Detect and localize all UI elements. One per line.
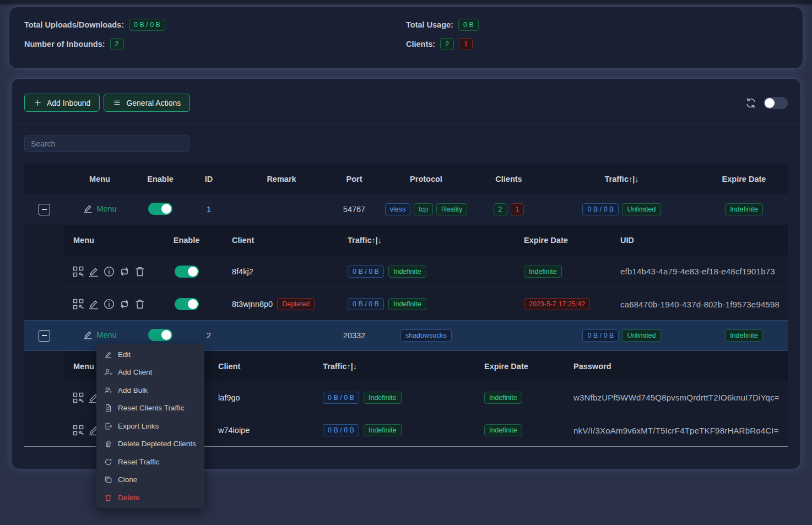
qrcode-icon[interactable] (72, 424, 84, 436)
menu-item-delete-depleted-clients[interactable]: Delete Depleted Clients (96, 435, 204, 453)
enable-cell (148, 329, 172, 343)
stat-total-usage: Total Usage: 0 B (406, 18, 788, 32)
protocol-tag: vless (385, 203, 410, 215)
stat-value-badge: 2 (110, 38, 124, 50)
clients-depleted-badge: 1 (511, 203, 524, 215)
inbound-protocol-tags: shadowsocks (400, 329, 452, 342)
menu-cell: Menu (83, 203, 116, 215)
qrcode-icon[interactable] (72, 298, 84, 310)
stat-total-uploads-downloads: Total Uploads/Downloads: 0 B / 0 B (24, 18, 406, 32)
plus-icon (34, 99, 42, 107)
client-expire: 2023-5-7 17:25:42 (505, 298, 609, 310)
client-enable-switch[interactable] (175, 298, 199, 310)
collapse-row-button[interactable] (39, 204, 50, 215)
inbound-port: 54767 (343, 205, 365, 214)
client-name: 8f4kj2 (232, 267, 253, 276)
client-name-cell: laf9go (204, 393, 306, 402)
client-table-header: Menu (64, 236, 166, 245)
inbound-id: 2 (207, 331, 211, 340)
inbound-menu-button[interactable]: Menu (83, 329, 116, 340)
inbound-enable-switch[interactable] (148, 329, 172, 341)
toggle-knob (161, 204, 171, 214)
traffic-limit-badge: Indefinite (388, 298, 426, 310)
info-icon[interactable] (103, 266, 115, 278)
menu-item-label: Reset Clients Traffic (118, 404, 185, 412)
traffic-badge: 0 B / 0 B (582, 203, 619, 215)
client-header-traffic-sort[interactable]: Traffic↑|↓ (306, 362, 480, 371)
header-traffic-sort[interactable]: Traffic↑|↓ (604, 175, 638, 183)
client-traffic: 0 B / 0 BIndefinite (306, 424, 480, 436)
traffic-badge: 0 B / 0 B (323, 424, 359, 436)
protocol-tag: shadowsocks (400, 329, 452, 342)
menu-item-edit[interactable]: Edit (96, 345, 204, 364)
general-actions-label: General Actions (126, 99, 181, 107)
traffic-limit-badge: Indefinite (388, 266, 426, 278)
stats-card: Total Uploads/Downloads: 0 B / 0 B Total… (9, 7, 803, 69)
stats-grid: Total Uploads/Downloads: 0 B / 0 B Total… (24, 18, 788, 51)
edit-icon (104, 350, 112, 359)
sync-icon (104, 458, 112, 466)
inbound-port: 20332 (343, 331, 365, 340)
delete-client-icon[interactable] (134, 298, 146, 310)
refresh-icon[interactable] (745, 97, 757, 109)
client-table-header: UID (609, 236, 788, 245)
menu-item-reset-clients-traffic[interactable]: Reset Clients Traffic (96, 399, 204, 418)
menu-item-add-bulk[interactable]: Add Bulk (96, 381, 204, 399)
client-enable-switch[interactable] (175, 266, 199, 278)
client-name: 8t3wjnn8p0 (232, 300, 273, 308)
toggle-knob (188, 299, 198, 309)
traffic-badge: 0 B / 0 B (582, 329, 619, 342)
qrcode-icon[interactable] (72, 266, 84, 278)
client-header-traffic-sort[interactable]: Traffic↑|↓ (331, 236, 505, 245)
reset-client-traffic-icon[interactable] (118, 266, 131, 278)
header-expire-date: Expire Date (722, 175, 766, 183)
toolbar-right (745, 97, 788, 109)
inbound-id: 1 (207, 205, 211, 214)
traffic-badge: 0 B / 0 B (348, 298, 384, 310)
client-name-cell: 8f4kj2 (207, 267, 331, 276)
client-table-header: Client (207, 236, 331, 245)
delete-client-icon[interactable] (134, 266, 146, 278)
general-actions-button[interactable]: General Actions (104, 94, 190, 112)
header-id: ID (205, 175, 213, 183)
clients-active-badge: 2 (494, 203, 507, 215)
client-traffic: 0 B / 0 BIndefinite (331, 298, 505, 310)
menu-item-export-links[interactable]: Export Links (96, 417, 204, 435)
clients-active-badge: 2 (440, 38, 454, 50)
inbound-enable-switch[interactable] (148, 203, 172, 215)
header-enable: Enable (147, 175, 174, 183)
inbound-traffic: 0 B / 0 BUnlimited (582, 329, 661, 342)
menu-item-label: Clone (118, 475, 137, 484)
client-table-header: Password (568, 362, 788, 371)
stat-label: Number of Inbounds: (24, 40, 105, 48)
stat-label: Total Uploads/Downloads: (24, 20, 124, 29)
menu-item-delete[interactable]: Delete (96, 489, 204, 507)
header-protocol: Protocol (410, 175, 442, 183)
menu-item-label: Add Bulk (118, 386, 148, 394)
edit-client-icon[interactable] (88, 266, 100, 278)
search-input[interactable] (24, 135, 190, 152)
info-icon[interactable] (103, 298, 115, 310)
inbound-menu-button[interactable]: Menu (83, 203, 116, 214)
inbound-menu-label: Menu (96, 331, 116, 339)
menu-item-add-client[interactable]: Add Client (96, 364, 204, 382)
collapse-row-button[interactable] (39, 330, 50, 342)
menu-item-reset-traffic[interactable]: Reset Traffic (96, 453, 204, 471)
edit-client-icon[interactable] (88, 298, 100, 310)
reset-client-traffic-icon[interactable] (118, 298, 131, 310)
client-name-cell: w74ioipe (204, 426, 306, 435)
search-row (24, 135, 788, 152)
export-icon (104, 422, 112, 430)
usergroup-add-icon (104, 386, 112, 394)
add-inbound-button[interactable]: Add Inbound (24, 94, 100, 112)
header-clients: Clients (495, 175, 522, 183)
auto-refresh-toggle[interactable] (764, 97, 788, 109)
menu-item-label: Reset Traffic (118, 458, 160, 466)
expire-badge: Indefinite (725, 329, 763, 342)
client-row: 8f4kj20 B / 0 BIndefiniteIndefiniteefb14… (64, 255, 788, 288)
menu-item-clone[interactable]: Clone (96, 471, 204, 489)
client-table-header-row: MenuEnableClientTraffic↑|↓Expire DateUID (64, 225, 788, 255)
edit-icon (83, 329, 93, 340)
qrcode-icon[interactable] (72, 392, 84, 404)
header-port: Port (347, 175, 362, 183)
